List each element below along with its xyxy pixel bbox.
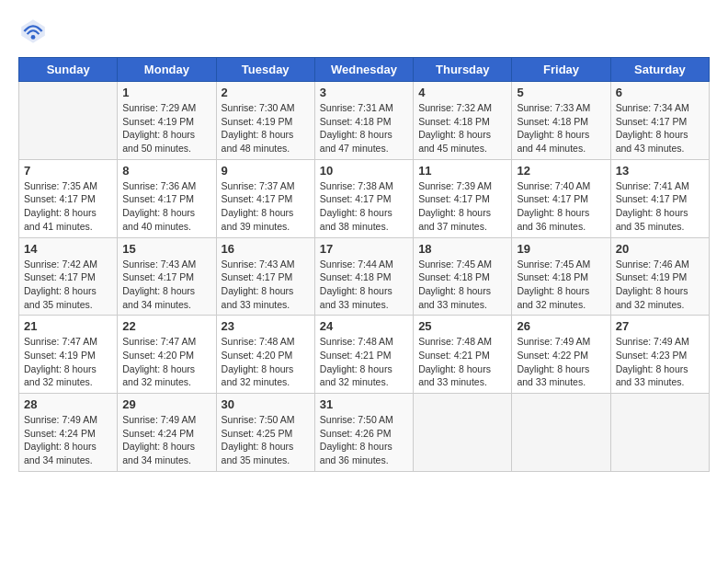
day-info: Sunrise: 7:43 AM Sunset: 4:17 PM Dayligh… — [222, 258, 310, 312]
day-number: 16 — [222, 242, 310, 256]
calendar-cell: 10Sunrise: 7:38 AM Sunset: 4:17 PM Dayli… — [314, 159, 413, 237]
day-info: Sunrise: 7:49 AM Sunset: 4:24 PM Dayligh… — [24, 413, 112, 467]
day-number: 17 — [320, 242, 408, 256]
calendar-cell — [512, 394, 610, 472]
calendar-cell: 22Sunrise: 7:47 AM Sunset: 4:20 PM Dayli… — [118, 316, 216, 394]
day-info: Sunrise: 7:29 AM Sunset: 4:19 PM Dayligh… — [122, 101, 210, 155]
day-number: 5 — [517, 86, 605, 99]
calendar-cell: 16Sunrise: 7:43 AM Sunset: 4:17 PM Dayli… — [216, 237, 314, 316]
day-info: Sunrise: 7:50 AM Sunset: 4:26 PM Dayligh… — [320, 413, 408, 467]
day-info: Sunrise: 7:39 AM Sunset: 4:17 PM Dayligh… — [418, 179, 506, 234]
logo-icon — [18, 17, 48, 46]
day-number: 24 — [320, 319, 408, 333]
day-info: Sunrise: 7:43 AM Sunset: 4:17 PM Dayligh… — [122, 258, 210, 312]
day-number: 22 — [122, 319, 210, 333]
calendar-cell: 28Sunrise: 7:49 AM Sunset: 4:24 PM Dayli… — [19, 394, 118, 472]
day-info: Sunrise: 7:33 AM Sunset: 4:18 PM Dayligh… — [517, 101, 605, 155]
day-number: 12 — [517, 164, 605, 178]
day-of-week-header: Sunday — [19, 58, 118, 82]
calendar-cell: 21Sunrise: 7:47 AM Sunset: 4:19 PM Dayli… — [19, 316, 118, 394]
calendar-cell: 20Sunrise: 7:46 AM Sunset: 4:19 PM Dayli… — [610, 237, 709, 316]
days-of-week-row: SundayMondayTuesdayWednesdayThursdayFrid… — [19, 58, 710, 82]
day-number: 11 — [418, 164, 506, 178]
day-of-week-header: Tuesday — [216, 58, 314, 82]
day-info: Sunrise: 7:44 AM Sunset: 4:18 PM Dayligh… — [320, 258, 408, 312]
calendar-cell: 3Sunrise: 7:31 AM Sunset: 4:18 PM Daylig… — [314, 82, 413, 160]
day-number: 18 — [418, 242, 506, 256]
day-number: 29 — [122, 397, 210, 411]
day-of-week-header: Thursday — [414, 58, 512, 82]
day-number: 30 — [222, 397, 310, 411]
calendar-week-row: 28Sunrise: 7:49 AM Sunset: 4:24 PM Dayli… — [19, 394, 710, 472]
day-number: 4 — [418, 86, 506, 99]
calendar-week-row: 7Sunrise: 7:35 AM Sunset: 4:17 PM Daylig… — [19, 159, 710, 237]
day-of-week-header: Friday — [512, 58, 610, 82]
calendar-cell: 5Sunrise: 7:33 AM Sunset: 4:18 PM Daylig… — [512, 82, 610, 160]
calendar-cell: 8Sunrise: 7:36 AM Sunset: 4:17 PM Daylig… — [118, 159, 216, 237]
day-number: 20 — [616, 242, 704, 256]
calendar-cell: 25Sunrise: 7:48 AM Sunset: 4:21 PM Dayli… — [414, 316, 512, 394]
calendar-cell: 7Sunrise: 7:35 AM Sunset: 4:17 PM Daylig… — [19, 159, 118, 237]
day-number: 6 — [616, 86, 704, 99]
day-info: Sunrise: 7:31 AM Sunset: 4:18 PM Dayligh… — [320, 101, 408, 155]
calendar-cell — [19, 82, 118, 160]
calendar-cell: 18Sunrise: 7:45 AM Sunset: 4:18 PM Dayli… — [414, 237, 512, 316]
day-info: Sunrise: 7:37 AM Sunset: 4:17 PM Dayligh… — [222, 179, 310, 234]
calendar-cell: 2Sunrise: 7:30 AM Sunset: 4:19 PM Daylig… — [216, 82, 314, 160]
day-number: 15 — [122, 242, 210, 256]
day-number: 14 — [24, 242, 112, 256]
day-info: Sunrise: 7:48 AM Sunset: 4:21 PM Dayligh… — [418, 335, 506, 389]
day-number: 27 — [616, 319, 704, 333]
day-number: 28 — [24, 397, 112, 411]
calendar-cell: 13Sunrise: 7:41 AM Sunset: 4:17 PM Dayli… — [610, 159, 709, 237]
day-info: Sunrise: 7:38 AM Sunset: 4:17 PM Dayligh… — [320, 179, 408, 234]
calendar-cell: 17Sunrise: 7:44 AM Sunset: 4:18 PM Dayli… — [314, 237, 413, 316]
day-info: Sunrise: 7:30 AM Sunset: 4:19 PM Dayligh… — [222, 101, 310, 155]
day-info: Sunrise: 7:48 AM Sunset: 4:20 PM Dayligh… — [222, 335, 310, 389]
calendar-cell: 6Sunrise: 7:34 AM Sunset: 4:17 PM Daylig… — [610, 82, 709, 160]
day-number: 2 — [222, 86, 310, 99]
day-info: Sunrise: 7:36 AM Sunset: 4:17 PM Dayligh… — [122, 179, 210, 234]
calendar-cell: 24Sunrise: 7:48 AM Sunset: 4:21 PM Dayli… — [314, 316, 413, 394]
day-info: Sunrise: 7:32 AM Sunset: 4:18 PM Dayligh… — [418, 101, 506, 155]
calendar-cell: 14Sunrise: 7:42 AM Sunset: 4:17 PM Dayli… — [19, 237, 118, 316]
day-info: Sunrise: 7:49 AM Sunset: 4:22 PM Dayligh… — [517, 335, 605, 389]
calendar-cell: 29Sunrise: 7:49 AM Sunset: 4:24 PM Dayli… — [118, 394, 216, 472]
day-number: 23 — [222, 319, 310, 333]
calendar-cell: 1Sunrise: 7:29 AM Sunset: 4:19 PM Daylig… — [118, 82, 216, 160]
calendar-body: 1Sunrise: 7:29 AM Sunset: 4:19 PM Daylig… — [19, 82, 710, 472]
calendar-cell: 26Sunrise: 7:49 AM Sunset: 4:22 PM Dayli… — [512, 316, 610, 394]
day-info: Sunrise: 7:48 AM Sunset: 4:21 PM Dayligh… — [320, 335, 408, 389]
calendar-cell: 31Sunrise: 7:50 AM Sunset: 4:26 PM Dayli… — [314, 394, 413, 472]
calendar-cell — [610, 394, 709, 472]
calendar-cell: 19Sunrise: 7:45 AM Sunset: 4:18 PM Dayli… — [512, 237, 610, 316]
header — [18, 17, 710, 46]
day-of-week-header: Wednesday — [314, 58, 413, 82]
day-number: 7 — [24, 164, 112, 178]
day-info: Sunrise: 7:45 AM Sunset: 4:18 PM Dayligh… — [418, 258, 506, 312]
day-number: 26 — [517, 319, 605, 333]
day-info: Sunrise: 7:40 AM Sunset: 4:17 PM Dayligh… — [517, 179, 605, 234]
calendar-cell: 12Sunrise: 7:40 AM Sunset: 4:17 PM Dayli… — [512, 159, 610, 237]
day-info: Sunrise: 7:34 AM Sunset: 4:17 PM Dayligh… — [616, 101, 704, 155]
calendar-header: SundayMondayTuesdayWednesdayThursdayFrid… — [19, 58, 710, 82]
day-of-week-header: Saturday — [610, 58, 709, 82]
calendar-table: SundayMondayTuesdayWednesdayThursdayFrid… — [18, 57, 710, 472]
day-number: 9 — [222, 164, 310, 178]
calendar-cell: 23Sunrise: 7:48 AM Sunset: 4:20 PM Dayli… — [216, 316, 314, 394]
day-info: Sunrise: 7:42 AM Sunset: 4:17 PM Dayligh… — [24, 258, 112, 312]
calendar-cell: 15Sunrise: 7:43 AM Sunset: 4:17 PM Dayli… — [118, 237, 216, 316]
day-info: Sunrise: 7:49 AM Sunset: 4:23 PM Dayligh… — [616, 335, 704, 389]
day-info: Sunrise: 7:35 AM Sunset: 4:17 PM Dayligh… — [24, 179, 112, 234]
day-info: Sunrise: 7:46 AM Sunset: 4:19 PM Dayligh… — [616, 258, 704, 312]
calendar-cell: 9Sunrise: 7:37 AM Sunset: 4:17 PM Daylig… — [216, 159, 314, 237]
day-of-week-header: Monday — [118, 58, 216, 82]
day-number: 10 — [320, 164, 408, 178]
day-number: 13 — [616, 164, 704, 178]
calendar-cell — [414, 394, 512, 472]
calendar-cell: 4Sunrise: 7:32 AM Sunset: 4:18 PM Daylig… — [414, 82, 512, 160]
day-info: Sunrise: 7:41 AM Sunset: 4:17 PM Dayligh… — [616, 179, 704, 234]
day-number: 1 — [122, 86, 210, 99]
calendar-week-row: 14Sunrise: 7:42 AM Sunset: 4:17 PM Dayli… — [19, 237, 710, 316]
svg-point-1 — [31, 35, 36, 40]
